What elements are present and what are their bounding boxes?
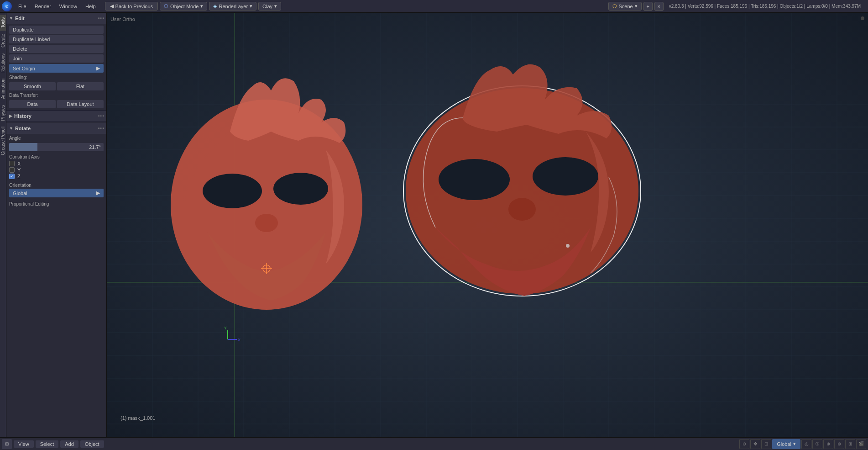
camera-view-button[interactable]: ⊞ [845, 439, 855, 449]
stats-text: v2.80.3 | Verts:92,596 | Faces:185,196 |… [665, 4, 864, 9]
back-label: Back to Previous [115, 4, 153, 9]
y-label: Y [17, 167, 21, 173]
rotate-wrapper: ▼ Rotate ⋯ Angle 21.7° Constraint Axis X [6, 122, 106, 437]
angle-value: 21.7° [89, 144, 101, 150]
edit-options-icon[interactable]: ⋯ [98, 15, 104, 22]
tab-tools[interactable]: Tools [0, 15, 6, 31]
history-header-left: ▶ History [9, 113, 31, 119]
data-layout-button[interactable]: Data Layout [57, 100, 104, 108]
scene-controls: ⬡ Scene ▾ + × [608, 2, 664, 11]
transform2-button[interactable]: ⊗ [834, 439, 844, 449]
scene-dropdown[interactable]: ⬡ Scene ▾ [608, 2, 642, 11]
proportional-falloff-button[interactable]: ⦾ [812, 439, 822, 449]
svg-text:Y: Y [224, 326, 227, 330]
menu-file[interactable]: File [15, 3, 30, 10]
proportional-edit-button[interactable]: ◎ [801, 439, 811, 449]
constraint-axis-label: Constraint Axis [9, 154, 104, 159]
checkmark-icon: ✓ [10, 174, 14, 179]
tab-physics[interactable]: Physics [0, 102, 6, 123]
chevron-scene-icon: ▾ [635, 3, 638, 9]
object-mode-label: Object Mode [170, 4, 199, 9]
add-scene-button[interactable]: + [643, 2, 653, 11]
main-area: Tools Create Relations Animation Physics… [0, 13, 868, 437]
data-transfer-label: Data Transfer: [9, 92, 104, 99]
render-layer-label: RenderLayer [219, 4, 248, 9]
viewport[interactable]: X Y User Ortho (1) mask_1.001 [107, 13, 868, 437]
menu-window[interactable]: Window [56, 3, 81, 10]
tab-grease-pencil[interactable]: Grease Pencil [0, 124, 6, 158]
viewport-overlay-button[interactable]: ⊙ [739, 439, 749, 449]
history-section: ▶ History ⋯ [6, 111, 106, 122]
rotate-panel-header[interactable]: ▼ Rotate ⋯ [6, 123, 106, 134]
shading-row: Smooth Flat [9, 82, 104, 90]
snap-button[interactable]: ⊡ [761, 439, 771, 449]
rotate-title: Rotate [15, 126, 31, 131]
x-label: X [17, 161, 21, 166]
tab-relations[interactable]: Relations [0, 51, 6, 75]
header-center: ◀ Back to Previous ⬡ Object Mode ▾ ◈ Ren… [101, 2, 868, 11]
gizmo-button[interactable]: ✥ [750, 439, 760, 449]
edit-header-left: ▼ Edit [9, 16, 25, 21]
render-button[interactable]: 🎬 [856, 439, 866, 449]
orientation-arrow-icon: ▶ [96, 190, 100, 196]
edit-panel-header[interactable]: ▼ Edit ⋯ [6, 13, 106, 24]
z-checkbox[interactable]: ✓ [9, 174, 15, 179]
viewport-corner-dot [861, 16, 864, 20]
bottom-icons-right: ⊙ ✥ ⊡ Global ▾ ◎ ⦾ ⊕ ⊗ ⊞ 🎬 [739, 439, 866, 449]
proportional-editing-label: Proportional Editing [9, 201, 104, 207]
object-tab-button[interactable]: Object [80, 440, 104, 448]
header-left: ⊙ File Render Window Help [0, 1, 101, 11]
rotate-options-icon[interactable]: ⋯ [98, 125, 104, 132]
duplicate-button[interactable]: Duplicate [9, 26, 104, 34]
tab-animation[interactable]: Animation [0, 76, 6, 101]
edit-panel-content: Duplicate Duplicate Linked Delete Join S… [6, 24, 106, 110]
orientation-section: Orientation Global ▶ [9, 183, 104, 197]
y-checkbox[interactable] [9, 167, 15, 173]
orientation-value: Global [13, 191, 27, 196]
edit-triangle-icon: ▼ [9, 16, 13, 21]
menu-help[interactable]: Help [82, 3, 99, 10]
orientation-label: Orientation [9, 183, 104, 188]
x-checkbox[interactable] [9, 161, 15, 166]
svg-point-36 [273, 173, 328, 205]
history-title: History [14, 113, 31, 119]
view-tab-button[interactable]: View [14, 440, 34, 448]
viewport-menu-button[interactable]: ⊞ [2, 439, 12, 449]
svg-point-42 [508, 198, 536, 221]
angle-slider[interactable]: 21.7° [9, 143, 104, 151]
svg-point-35 [203, 174, 262, 208]
svg-point-43 [566, 244, 570, 248]
svg-point-37 [255, 214, 278, 232]
delete-button[interactable]: Delete [9, 45, 104, 53]
rotate-panel-content: Angle 21.7° Constraint Axis X Y [6, 134, 106, 209]
scene-label: Scene [619, 4, 633, 9]
render-layer-dropdown[interactable]: ◈ RenderLayer ▾ [209, 2, 256, 11]
mask-object-label: (1) mask_1.001 [120, 415, 155, 421]
constraint-x-row: X [9, 160, 104, 167]
transform-button[interactable]: ⊕ [823, 439, 833, 449]
constraint-section: Constraint Axis X Y ✓ Z [9, 154, 104, 180]
object-mode-dropdown[interactable]: ⬡ Object Mode ▾ [160, 2, 207, 11]
global-dropdown[interactable]: Global ▾ [772, 439, 800, 449]
smooth-button[interactable]: Smooth [9, 82, 56, 90]
flat-button[interactable]: Flat [57, 82, 104, 90]
back-to-previous-button[interactable]: ◀ Back to Previous [105, 2, 158, 11]
history-options-icon[interactable]: ⋯ [98, 112, 104, 120]
duplicate-linked-button[interactable]: Duplicate Linked [9, 35, 104, 43]
set-origin-button[interactable]: Set Origin ▶ [9, 64, 104, 73]
orientation-dropdown[interactable]: Global ▶ [9, 189, 104, 197]
select-tab-button[interactable]: Select [36, 440, 59, 448]
svg-text:X: X [238, 338, 241, 342]
add-tab-button[interactable]: Add [60, 440, 78, 448]
tab-create[interactable]: Create [0, 31, 6, 50]
set-origin-arrow-icon: ▶ [96, 65, 100, 71]
clay-label: Clay [262, 4, 272, 9]
edit-title: Edit [15, 16, 25, 21]
remove-scene-button[interactable]: × [654, 2, 664, 11]
clay-dropdown[interactable]: Clay ▾ [258, 2, 281, 11]
join-button[interactable]: Join [9, 54, 104, 63]
menu-render[interactable]: Render [31, 3, 55, 10]
data-button[interactable]: Data [9, 100, 56, 108]
history-panel-header[interactable]: ▶ History ⋯ [6, 111, 106, 122]
constraint-z-row: ✓ Z [9, 173, 104, 180]
